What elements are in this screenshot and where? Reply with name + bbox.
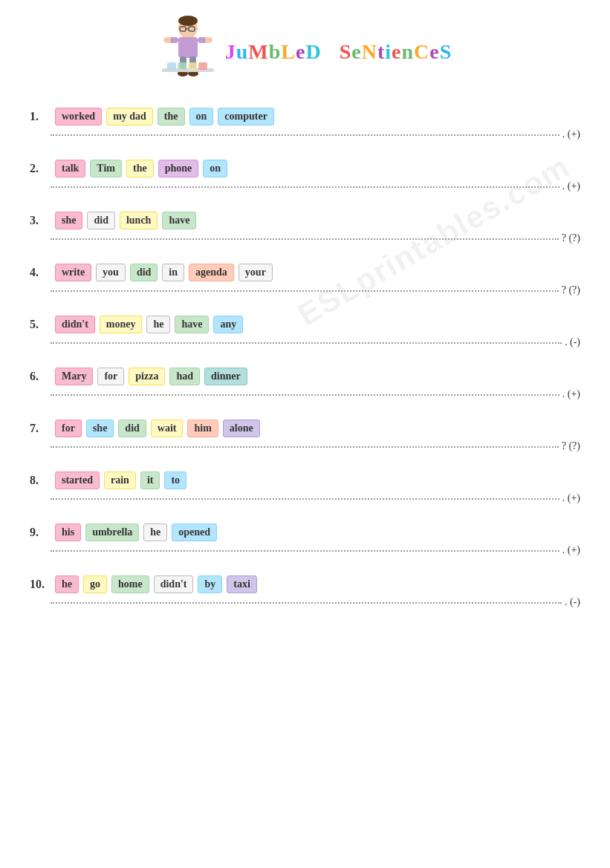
exercise-number: 9. (30, 526, 51, 539)
punctuation: ? (?) (562, 284, 580, 296)
word-tag: computer (218, 108, 274, 125)
words-row: 8.startedrainitto (30, 471, 580, 489)
word-tag: Mary (55, 368, 93, 385)
answer-line-row: . (-) (51, 336, 580, 348)
word-tag: on (203, 160, 227, 177)
word-tag: lunch (120, 212, 158, 229)
word-tag: have (175, 316, 209, 333)
word-tag: wait (151, 420, 184, 437)
word-tag: agenda (189, 264, 234, 281)
svg-rect-18 (198, 62, 207, 70)
dotted-line (51, 498, 559, 500)
dotted-line (51, 550, 559, 552)
exercise-number: 4. (30, 266, 51, 279)
answer-line-row: ? (?) (51, 232, 580, 244)
word-tag: go (83, 575, 107, 593)
dotted-line (51, 446, 559, 448)
word-tag: for (55, 420, 82, 437)
exercise-number: 1. (30, 110, 51, 123)
word-tag: have (162, 212, 196, 229)
svg-rect-15 (167, 62, 176, 70)
words-row: 10.hegohomedidn'tbytaxi (30, 575, 580, 593)
dotted-line (51, 134, 559, 136)
word-tag: money (100, 316, 143, 333)
word-tag: she (55, 212, 82, 229)
word-tag: Tim (90, 160, 122, 177)
svg-rect-17 (188, 62, 197, 70)
exercise-number: 6. (30, 370, 51, 383)
word-tag: he (146, 316, 170, 333)
word-tag: he (143, 523, 167, 541)
word-tag: taxi (227, 575, 257, 593)
words-row: 4.writeyoudidinagendayour (30, 264, 580, 281)
answer-line-row: ? (?) (51, 284, 580, 296)
word-tag: home (111, 575, 149, 593)
punctuation: . (-) (565, 596, 580, 608)
word-tag: by (198, 575, 222, 593)
punctuation: . (+) (562, 128, 580, 140)
answer-line-row: . (+) (51, 128, 580, 140)
exercise-number: 2. (30, 162, 51, 175)
dotted-line (51, 394, 559, 396)
word-tag: started (55, 471, 100, 489)
exercise-number: 3. (30, 214, 51, 227)
answer-line-row: . (+) (51, 180, 580, 192)
word-tag: the (126, 160, 154, 177)
word-tag: didn't (154, 575, 194, 593)
word-tag: opened (172, 523, 217, 541)
words-row: 9.hisumbrellaheopened (30, 523, 580, 541)
exercise-row: 2.talkTimthephoneon. (+) (30, 160, 580, 206)
word-tag: any (213, 316, 243, 333)
word-tag: for (97, 368, 124, 385)
word-tag: in (162, 264, 184, 281)
word-tag: alone (223, 420, 260, 437)
exercise-row: 9.hisumbrellaheopened. (+) (30, 523, 580, 570)
word-tag: my dad (106, 108, 153, 125)
word-tag: you (96, 264, 126, 281)
exercise-row: 10.hegohomedidn'tbytaxi. (-) (30, 575, 580, 621)
words-row: 7.forshedidwaithimalone (30, 420, 580, 437)
answer-line-row: . (+) (51, 388, 580, 400)
word-tag: had (169, 368, 200, 385)
word-tag: talk (55, 160, 85, 177)
word-tag: didn't (55, 316, 95, 333)
exercise-number: 10. (30, 578, 51, 591)
dotted-line (51, 186, 559, 188)
dotted-line (51, 290, 559, 292)
answer-line-row: ? (?) (51, 440, 580, 452)
word-tag: did (87, 212, 114, 229)
word-tag: phone (158, 160, 199, 177)
exercise-row: 3.shedidlunchhave? (?) (30, 212, 580, 258)
word-tag: did (130, 264, 158, 281)
word-tag: rain (104, 471, 136, 489)
exercise-row: 5.didn'tmoneyhehaveany. (-) (30, 316, 580, 362)
exercise-row: 4.writeyoudidinagendayour? (?) (30, 264, 580, 310)
punctuation: . (-) (565, 336, 580, 348)
boy-figure-icon (158, 15, 218, 89)
svg-point-1 (178, 16, 198, 26)
word-tag: the (158, 108, 185, 125)
word-tag: write (55, 264, 91, 281)
dotted-line (51, 342, 562, 344)
exercise-row: 7.forshedidwaithimalone? (?) (30, 420, 580, 466)
word-tag: it (140, 471, 160, 489)
word-tag: to (164, 471, 186, 489)
exercises-container: 1.workedmy dadtheoncomputer. (+)2.talkTi… (30, 108, 580, 621)
word-tag: your (239, 264, 273, 281)
word-tag: she (86, 420, 114, 437)
answer-line-row: . (+) (51, 492, 580, 504)
answer-line-row: . (+) (51, 544, 580, 556)
word-tag: he (55, 575, 79, 593)
punctuation: . (+) (562, 388, 580, 400)
exercise-number: 5. (30, 318, 51, 331)
exercise-row: 1.workedmy dadtheoncomputer. (+) (30, 108, 580, 154)
word-tag: umbrella (85, 523, 139, 541)
words-row: 5.didn'tmoneyhehaveany (30, 316, 580, 333)
punctuation: ? (?) (562, 232, 580, 244)
punctuation: ? (?) (562, 440, 580, 452)
word-tag: worked (55, 108, 102, 125)
punctuation: . (+) (562, 492, 580, 504)
svg-point-9 (205, 37, 212, 43)
exercise-number: 8. (30, 474, 51, 487)
page-title: JuMbLeD SeNtienCeS (225, 40, 452, 64)
